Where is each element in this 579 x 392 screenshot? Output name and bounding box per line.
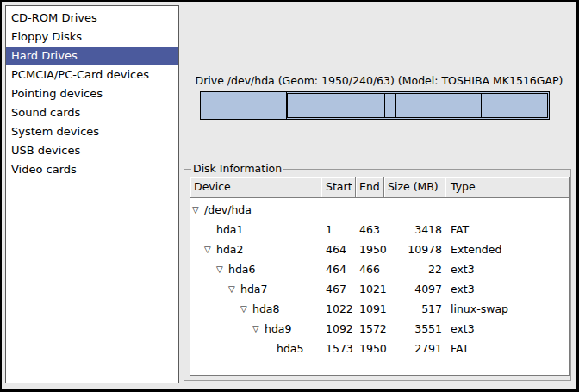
device-name: hda5 (277, 339, 303, 358)
table-row[interactable]: ▽ hda9 1092 1572 3551 ext3 (190, 319, 569, 339)
device-name: hda9 (265, 319, 291, 339)
cell-type: ext3 (445, 279, 569, 299)
disk-information-label: Disk Information (191, 162, 283, 175)
device-name: hda1 (216, 220, 243, 240)
table-row[interactable]: ▽ /dev/hda (190, 200, 569, 220)
column-header[interactable]: Start (321, 177, 356, 198)
cell-device: ▽ hda9 (190, 319, 321, 339)
device-name: /dev/hda (204, 200, 252, 220)
partition-segment-logical (288, 94, 385, 117)
cell-size: 3418 (384, 220, 445, 240)
disk-information-groupbox: Disk Information DeviceStartEndSize (MB)… (184, 169, 571, 381)
partition-segment-logical (385, 94, 397, 117)
cell-size: 10978 (384, 240, 445, 259)
sidebar-item[interactable]: System devices (6, 122, 178, 141)
column-header[interactable]: Size (MB) (384, 177, 445, 198)
cell-end: 1021 (356, 279, 384, 299)
cell-size: 3551 (384, 319, 445, 339)
expander-open-icon[interactable]: ▽ (252, 319, 265, 339)
cell-start: 1022 (321, 299, 356, 319)
cell-device: ▽ hda7 (190, 279, 321, 299)
cell-size: 4097 (384, 279, 445, 299)
cell-device: ▽ hda2 (190, 240, 321, 259)
partition-segment-extended (287, 93, 548, 118)
drive-geometry-label: Drive /dev/hda (Geom: 1950/240/63) (Mode… (185, 74, 573, 87)
sidebar-item-label: USB devices (11, 144, 80, 157)
sidebar-item[interactable]: Video cards (6, 160, 178, 179)
device-category-list: CD-ROM Drives Floppy Disks Hard Drives P… (5, 5, 179, 383)
cell-device: hda5 (190, 339, 321, 358)
cell-size (384, 200, 445, 220)
cell-device: hda1 (190, 220, 321, 240)
tree-indent (190, 348, 265, 349)
cell-start: 1 (321, 220, 356, 240)
partition-bar (200, 91, 550, 120)
sidebar-item-label: Pointing devices (11, 87, 103, 100)
expander-open-icon[interactable]: ▽ (204, 240, 216, 259)
cell-type: ext3 (445, 319, 569, 339)
sidebar-item-label: Video cards (11, 163, 77, 176)
cell-type: FAT (445, 339, 569, 358)
partition-segment-logical (482, 94, 547, 117)
device-name: hda7 (240, 279, 267, 299)
table-row[interactable]: hda1 1 463 3418 FAT (190, 220, 569, 240)
sidebar-item[interactable]: CD-ROM Drives (6, 9, 178, 28)
cell-start: 464 (321, 240, 356, 259)
cell-end: 466 (356, 259, 384, 279)
sidebar-item[interactable]: Sound cards (6, 103, 178, 122)
expander-open-icon[interactable]: ▽ (228, 279, 240, 299)
cell-type: FAT (445, 220, 569, 240)
sidebar-item-label: System devices (11, 125, 99, 138)
cell-start (321, 200, 356, 220)
tree-indent (190, 269, 216, 270)
table-row[interactable]: ▽ hda8 1022 1091 517 linux-swap (190, 299, 569, 319)
partition-segment-primary (201, 92, 287, 119)
table-row[interactable]: ▽ hda2 464 1950 10978 Extended (190, 240, 569, 259)
sidebar-item[interactable]: PCMCIA/PC-Card devices (6, 65, 178, 84)
table-row[interactable]: ▽ hda6 464 466 22 ext3 (190, 259, 569, 279)
expander-open-icon[interactable]: ▽ (192, 200, 204, 220)
expander-open-icon[interactable]: ▽ (240, 299, 252, 319)
tree-indent (190, 289, 228, 289)
column-header[interactable]: Type (445, 177, 569, 198)
table-header-row: DeviceStartEndSize (MB)Type (190, 177, 569, 198)
cell-end: 1950 (356, 339, 384, 358)
cell-size: 517 (384, 299, 445, 319)
sidebar-item-label: PCMCIA/PC-Card devices (11, 68, 149, 81)
sidebar-item[interactable]: USB devices (6, 141, 178, 160)
sidebar-item-label: Hard Drives (11, 49, 78, 62)
cell-type: linux-swap (445, 299, 569, 319)
cell-type: Extended (445, 240, 569, 259)
expander-open-icon[interactable]: ▽ (216, 259, 228, 279)
tree-indent (190, 308, 240, 309)
table-row[interactable]: hda5 1573 1950 2791 FAT (190, 339, 569, 358)
sidebar-item-label: Sound cards (11, 106, 80, 119)
sidebar-item[interactable]: Pointing devices (6, 84, 178, 103)
sidebar-item-label: CD-ROM Drives (11, 11, 97, 24)
cell-start: 1092 (321, 319, 356, 339)
hardware-browser-window: CD-ROM Drives Floppy Disks Hard Drives P… (0, 0, 579, 392)
partition-segment-logical (396, 94, 482, 117)
cell-size: 22 (384, 259, 445, 279)
sidebar-item[interactable]: Hard Drives (6, 47, 178, 65)
cell-size: 2791 (384, 339, 445, 358)
cell-device: ▽ /dev/hda (190, 200, 321, 220)
cell-end: 1091 (356, 299, 384, 319)
cell-end: 1572 (356, 319, 384, 339)
sidebar-item-label: Floppy Disks (11, 30, 82, 43)
tree-indent (190, 328, 252, 329)
sidebar-item[interactable]: Floppy Disks (6, 28, 178, 47)
device-name: hda6 (228, 259, 255, 279)
cell-device: ▽ hda8 (190, 299, 321, 319)
cell-type: ext3 (445, 259, 569, 279)
tree-indent (190, 229, 204, 230)
cell-type (445, 200, 569, 220)
table-row[interactable]: ▽ hda7 467 1021 4097 ext3 (190, 279, 569, 299)
column-header[interactable]: End (356, 177, 384, 198)
column-header[interactable]: Device (190, 177, 321, 198)
table-body: ▽ /dev/hda hda1 1 463 3418 FAT ▽ hda2 46… (190, 198, 569, 375)
cell-end: 1950 (356, 240, 384, 259)
cell-start: 1573 (321, 339, 356, 358)
cell-start: 464 (321, 259, 356, 279)
cell-end: 463 (356, 220, 384, 240)
